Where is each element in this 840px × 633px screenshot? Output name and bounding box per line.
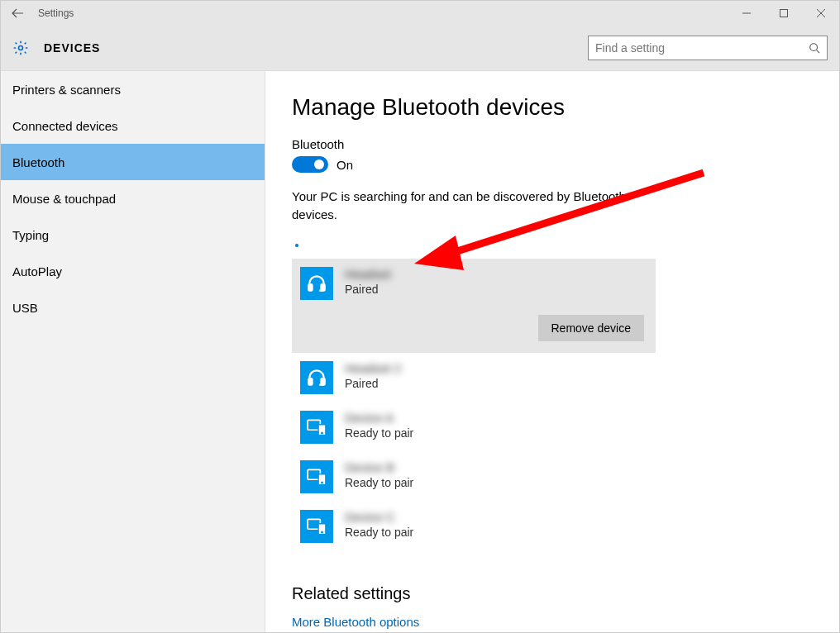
maximize-icon [780, 9, 788, 17]
sidebar-item-typing[interactable]: Typing [1, 217, 265, 253]
bluetooth-device-item[interactable]: Headset 2 Paired [292, 353, 656, 402]
device-actions: Remove device [292, 315, 656, 353]
computer-icon [300, 510, 333, 543]
device-name: Device B [345, 460, 413, 474]
sidebar-item-label: Connected devices [12, 119, 118, 133]
device-info: Device B Ready to pair [345, 460, 413, 489]
device-name: Headset [345, 267, 391, 281]
svg-point-1 [19, 46, 23, 50]
headset-icon [300, 361, 333, 394]
settings-window: Settings DEVICES Find a setting [0, 0, 840, 633]
svg-rect-0 [780, 10, 787, 17]
sidebar-item-label: Typing [12, 228, 49, 242]
related-settings-heading: Related settings [292, 584, 813, 603]
sidebar-item-usb[interactable]: USB [1, 289, 265, 326]
close-icon [817, 9, 825, 17]
page-title: Manage Bluetooth devices [292, 94, 813, 121]
search-icon [809, 42, 820, 54]
toggle-state-label: On [336, 158, 353, 172]
device-name: Device A [345, 411, 413, 425]
sidebar: Printers & scanners Connected devices Bl… [1, 71, 265, 632]
device-status: Ready to pair [345, 476, 413, 489]
body: Printers & scanners Connected devices Bl… [1, 71, 839, 632]
search-input[interactable]: Find a setting [588, 36, 828, 60]
device-status: Paired [345, 283, 391, 296]
sidebar-item-autoplay[interactable]: AutoPlay [1, 253, 265, 289]
sidebar-item-label: AutoPlay [12, 264, 62, 278]
svg-rect-4 [321, 284, 324, 291]
sidebar-item-connected-devices[interactable]: Connected devices [1, 107, 265, 144]
svg-point-2 [810, 44, 818, 51]
bluetooth-toggle[interactable]: On [292, 156, 813, 173]
minimize-icon [742, 9, 751, 17]
bluetooth-device-item[interactable]: Device A Ready to pair [292, 402, 656, 452]
device-info: Device C Ready to pair [345, 510, 413, 539]
sidebar-item-label: Mouse & touchpad [12, 192, 116, 206]
svg-rect-3 [308, 284, 312, 291]
header: DEVICES Find a setting [1, 26, 839, 71]
sidebar-item-label: Printers & scanners [12, 83, 121, 97]
back-button[interactable] [1, 1, 34, 26]
back-arrow-icon [11, 7, 24, 20]
content-pane[interactable]: Manage Bluetooth devices Bluetooth On Yo… [265, 71, 839, 632]
sidebar-item-label: USB [12, 301, 38, 315]
sidebar-item-mouse-touchpad[interactable]: Mouse & touchpad [1, 180, 265, 217]
window-title: Settings [38, 7, 74, 19]
device-list: Headset Paired Remove device Headset 2 P… [292, 259, 656, 551]
sidebar-item-printers[interactable]: Printers & scanners [1, 71, 265, 107]
window-controls [728, 1, 839, 26]
searching-spinner-icon [295, 244, 298, 247]
bluetooth-device-item[interactable]: Device B Ready to pair [292, 452, 656, 502]
toggle-switch-icon [292, 156, 328, 173]
close-button[interactable] [802, 1, 839, 26]
device-info: Device A Ready to pair [345, 411, 413, 440]
gear-icon [12, 40, 29, 56]
svg-point-9 [321, 431, 323, 434]
device-name: Device C [345, 510, 413, 524]
computer-icon [300, 460, 333, 493]
more-bluetooth-options-link[interactable]: More Bluetooth options [292, 615, 419, 629]
bluetooth-toggle-label: Bluetooth [292, 137, 813, 151]
headset-icon [300, 267, 333, 300]
svg-rect-5 [308, 378, 312, 385]
bluetooth-device-item[interactable]: Device C Ready to pair [292, 502, 656, 551]
sidebar-item-bluetooth[interactable]: Bluetooth [1, 144, 265, 180]
device-status: Paired [345, 377, 401, 390]
sidebar-item-label: Bluetooth [12, 155, 64, 169]
svg-rect-6 [321, 378, 324, 385]
titlebar: Settings [1, 1, 839, 26]
bluetooth-status-text: Your PC is searching for and can be disc… [292, 188, 664, 224]
search-placeholder: Find a setting [595, 41, 809, 55]
device-info: Headset 2 Paired [345, 361, 401, 390]
svg-point-12 [321, 481, 323, 483]
svg-point-15 [321, 531, 323, 533]
device-info: Headset Paired [345, 267, 391, 296]
minimize-button[interactable] [728, 1, 765, 26]
remove-device-button[interactable]: Remove device [538, 315, 645, 341]
computer-icon [300, 411, 333, 444]
maximize-button[interactable] [765, 1, 802, 26]
header-title: DEVICES [44, 41, 100, 55]
bluetooth-device-item[interactable]: Headset Paired [292, 259, 656, 315]
device-status: Ready to pair [345, 526, 413, 539]
device-status: Ready to pair [345, 426, 413, 440]
device-name: Headset 2 [345, 361, 401, 375]
